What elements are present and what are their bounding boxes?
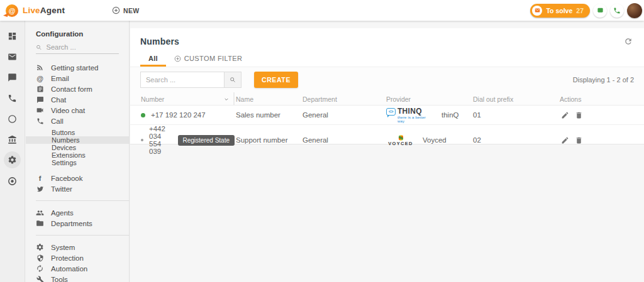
phone-icon: [36, 117, 44, 125]
divider: [36, 235, 129, 236]
subitem-label: Buttons: [52, 129, 75, 136]
tab-custom-filter[interactable]: CUSTOM FILTER: [166, 55, 251, 67]
sidebar-item-label: Tools: [51, 276, 68, 282]
department-cell: General: [301, 111, 385, 119]
sidebar-item-chat[interactable]: Chat: [26, 94, 129, 105]
envelope-icon: [535, 8, 540, 13]
sidebar-item-system[interactable]: System: [26, 242, 129, 252]
chat-button[interactable]: [593, 4, 607, 18]
liveagent-logo[interactable]: @ LiveAgent: [0, 4, 65, 17]
edit-button[interactable]: [561, 136, 569, 144]
sidebar-menu: Getting started @Email Contact form Chat…: [26, 62, 129, 282]
sidebar-title: Configuration: [36, 30, 129, 38]
chat-bubble-icon: [8, 73, 17, 82]
logo-text-live: Live: [23, 6, 40, 15]
sidebar-item-contact-form[interactable]: Contact form: [26, 84, 129, 94]
column-label: Number: [141, 95, 164, 103]
table-search-input[interactable]: [140, 72, 224, 88]
voyced-logo-text: VOYCED: [388, 141, 413, 146]
page-title: Numbers: [140, 36, 179, 46]
column-header-department: Department: [301, 95, 385, 103]
provider-cell: VOYCED Voyced: [385, 134, 472, 146]
thinq-logo: <> THINQ there is a better way: [386, 107, 434, 123]
sidebar-search-input[interactable]: [47, 43, 119, 51]
name-cell: Sales number: [235, 111, 301, 119]
sidebar-item-agents[interactable]: Agents: [26, 207, 129, 218]
tab-all[interactable]: All: [140, 55, 166, 67]
to-solve-button[interactable]: To solve 27: [530, 4, 590, 18]
sidebar-item-video-chat[interactable]: Video chat: [26, 105, 129, 116]
rail-item-academy[interactable]: [6, 133, 19, 146]
sidebar-item-label: Call: [51, 117, 64, 125]
sidebar-item-label: Getting started: [51, 64, 98, 72]
sidebar-item-getting-started[interactable]: Getting started: [26, 62, 129, 73]
tab-label: CUSTOM FILTER: [184, 55, 243, 62]
sidebar-subitem-buttons[interactable]: Buttons: [26, 129, 129, 136]
to-solve-label: To solve: [546, 7, 572, 14]
sidebar-item-label: Facebook: [51, 175, 83, 182]
people-icon: [36, 209, 44, 217]
sidebar-item-facebook[interactable]: fFacebook: [26, 173, 129, 183]
rail-item-settings[interactable]: [4, 151, 21, 168]
rail-item-chat[interactable]: [6, 71, 19, 84]
target-icon: [8, 176, 17, 186]
dashboard-icon: [8, 31, 17, 41]
logo-at-glyph: @: [9, 7, 16, 14]
table-row[interactable]: +17 192 120 247 Sales number General <> …: [130, 106, 644, 125]
rail-item-mail[interactable]: [6, 50, 19, 63]
subitem-label: Settings: [52, 159, 77, 166]
trash-icon: [575, 111, 583, 119]
table-toolbar: CREATE Displaying 1 - 2 of 2: [130, 67, 644, 92]
status-dot-registered: [141, 139, 143, 141]
sidebar-item-label: Protection: [51, 254, 84, 262]
delete-button[interactable]: [575, 111, 583, 119]
table-header: Number Name Department Provider Dial out…: [130, 92, 644, 106]
topbar: @ LiveAgent NEW To solve 27: [0, 0, 644, 21]
rail-item-gamification[interactable]: [6, 175, 19, 187]
create-button[interactable]: CREATE: [254, 72, 298, 88]
subitem-label: Numbers: [52, 136, 80, 144]
config-sidebar: Configuration Getting started @Email Con…: [26, 21, 130, 282]
sidebar-item-label: Twitter: [51, 185, 72, 193]
sidebar-search[interactable]: [36, 43, 119, 54]
sidebar-item-label: Departments: [51, 220, 92, 227]
sidebar-subitem-extensions[interactable]: Extensions: [26, 151, 129, 159]
shield-icon: [36, 254, 44, 262]
chat-bubble-icon: [36, 95, 44, 104]
trash-icon: [575, 136, 583, 144]
sidebar-subitem-numbers[interactable]: Numbers: [26, 136, 129, 144]
edit-button[interactable]: [561, 111, 569, 119]
sidebar-item-departments[interactable]: Departments: [26, 218, 129, 229]
column-header-number[interactable]: Number: [130, 92, 235, 106]
logo-text: LiveAgent: [23, 6, 65, 15]
registered-state-badge: Registered State: [178, 135, 235, 146]
sidebar-item-automation[interactable]: Automation: [26, 263, 129, 274]
sidebar-subitem-settings[interactable]: Settings: [26, 159, 129, 166]
sidebar-item-email[interactable]: @Email: [26, 73, 129, 84]
table-row[interactable]: +442 034 554 039 Registered State Suppor…: [130, 125, 644, 144]
sidebar-item-protection[interactable]: Protection: [26, 252, 129, 263]
sidebar-item-twitter[interactable]: Twitter: [26, 183, 129, 194]
sidebar-item-call[interactable]: Call: [26, 116, 129, 126]
column-header-actions: Actions: [558, 95, 644, 103]
wrench-icon: [36, 275, 44, 282]
call-button[interactable]: [610, 4, 624, 18]
sidebar-subitem-devices[interactable]: Devices: [26, 144, 129, 151]
rail-item-circle[interactable]: [6, 112, 19, 125]
sidebar-item-label: System: [51, 244, 75, 251]
new-button[interactable]: NEW: [112, 6, 139, 14]
sidebar-item-label: Chat: [51, 96, 66, 104]
plus-circle-icon: [112, 6, 120, 14]
sidebar-item-tools[interactable]: Tools: [26, 274, 129, 282]
search-submit-button[interactable]: [224, 72, 242, 88]
thinq-logo-text: THINQ: [397, 107, 434, 115]
avatar[interactable]: [627, 3, 642, 18]
delete-button[interactable]: [575, 136, 583, 144]
rail-item-dashboard[interactable]: [6, 30, 19, 42]
thinq-logo-tagline: there is a better way: [397, 116, 434, 123]
rail-item-call[interactable]: [6, 92, 19, 104]
refresh-icon: [624, 37, 633, 46]
search-icon: [230, 77, 236, 83]
refresh-button[interactable]: [624, 37, 633, 48]
new-button-label: NEW: [123, 7, 139, 14]
